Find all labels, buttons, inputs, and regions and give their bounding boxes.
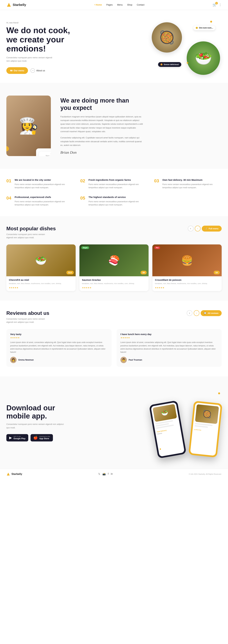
footer-copyright: © Info 2021 Starbelly. All Rights Reserv… [189,473,222,475]
app-store-button[interactable]: 🍎 Download on the App Store [30,434,53,442]
reviews-title: Reviews about us [6,310,51,316]
dishes-subtitle: Consectetur numquam poro nemo veniam elg… [6,233,51,240]
nav-link-pages[interactable]: Pages [106,4,113,6]
feature-item: 02 Fresh ingredients from organic farms … [80,178,148,189]
app-phones: 🥗 Fast Delivery Starbelly 🥘 ★★★★★ [158,389,222,456]
google-play-button[interactable]: ▶ GET IT ON Google Play [6,434,28,442]
logo-text: Starbelly [13,3,26,7]
feature-content: Own fast delivery. 30 min Maximum Porro … [162,178,222,189]
reviews-grid: Very tasty ★★★★★ Lorem ipsum dolor sit a… [6,329,222,367]
reviews-prev-button[interactable]: ‹ [187,310,192,316]
nav-item-home[interactable]: Home [94,3,102,6]
years-label: Years Experiense [39,152,51,156]
dish-stars: ★★★★★ [82,286,146,289]
app-title: Download our mobile app. [6,404,67,420]
feature-title: Fresh ingredients from organic farms [89,178,148,182]
nav-item-shop[interactable]: Shop [127,3,132,6]
footer-social: 𝕏 📸 f in [98,472,113,476]
emoji-bubble2: 🤩 [160,64,163,66]
more-button[interactable]: ⋮ [219,3,222,6]
google-play-icon: ▶ [9,436,12,440]
nav-item-contact[interactable]: Contact [137,3,144,6]
reviews-header-left: Reviews about us Consectetur numquam por… [6,310,51,324]
our-menu-button[interactable]: 🍽 Our menu [6,67,28,74]
dish-price: $14 [66,271,74,274]
feature-item: 05 The highest standards of service Porr… [80,196,148,206]
feature-desc: Porro nemo veniam necessatibus praesenti… [15,183,74,189]
reviews-header-right: ‹ › 💬 All reviews [187,310,222,316]
about-title: We are doing more than you expect [60,97,143,112]
cart-button[interactable]: 🛒 2 [213,3,217,7]
review-card: I have lunch here every day ★★★★★ Lorem … [117,329,222,367]
apple-icon: 🍎 [33,436,38,440]
feature-title: We are located in the city center [15,178,74,182]
reviewer: 👨 Paul Trueman [120,357,218,363]
nav-link-menu[interactable]: Menu [117,4,123,6]
reviews-next-button[interactable]: › [194,310,199,316]
circle-arrow-icon: → [30,68,35,73]
phone-dot1 [218,392,220,394]
svg-marker-0 [7,3,11,7]
nav-link-contact[interactable]: Contact [137,4,144,6]
dish-badge: Hot [154,246,160,249]
features-section: 01 We are located in the city center Por… [0,169,228,216]
about-section: 👩‍🍳 1 17 Years Experiense We are doing m… [0,83,228,169]
dish-price: $9 [141,271,147,274]
about-text-content: We are doing more than you expect Faudan… [60,97,143,154]
about-us-button[interactable]: → About us [30,68,45,73]
comment-icon: 💬 [204,312,206,314]
dish-name: Saumon Gravlax [82,278,146,281]
feature-title: Own fast delivery. 30 min Maximum [162,178,222,182]
feature-item: 01 We are located in the city center Por… [6,178,74,189]
nav-icons: 🛒 2 ⋮ [213,3,222,7]
dishes-header-left: Most popular dishes Consectetur numquam … [6,226,56,240]
about-signature: Brian Don [60,150,143,155]
footer-logo: Starbelly [6,472,22,476]
nav-link-shop[interactable]: Shop [127,4,132,6]
hero-left: Hi, new friend! We do not cook, we creat… [6,22,70,74]
nav-item-pages[interactable]: Pages [106,3,113,6]
logo[interactable]: Starbelly [6,2,26,7]
dish-badge: Vegan [81,246,89,249]
dot-decor2 [187,62,188,64]
dish-name: Croustillant de poisson [155,278,219,281]
nav-link-home[interactable]: Home [94,4,102,6]
dish-emoji: 🍣 [79,244,149,276]
dishes-prev-button[interactable]: ‹ [188,226,194,232]
feature-number: 05 [80,196,86,201]
feature-item: 03 Own fast delivery. 30 min Maximum Por… [154,178,222,189]
feature-desc: Porro nemo veniam necessatibus praesenti… [89,183,148,189]
feature-content: The highest standards of service Porro n… [89,196,148,206]
app-store-text: Download on the App Store [39,436,50,440]
app-store-buttons: ▶ GET IT ON Google Play 🍎 Download on th… [6,434,67,442]
about-years-badge: 1 17 Years Experiense [45,153,51,156]
dishes-next-button[interactable]: › [195,226,201,232]
feature-title: Professional, experienced chefs [15,196,74,199]
phone-food-image: 🥗 [152,404,177,422]
review-title: I have lunch here every day [120,333,218,336]
hero-buttons: 🍽 Our menu → About us [6,67,70,74]
nav-item-menu[interactable]: Menu [117,3,123,6]
hero-bubble1: 😊 Om-nom-nom... [193,26,215,30]
popular-dishes-section: Most popular dishes Consectetur numquam … [0,216,228,301]
twitter-link[interactable]: 𝕏 [98,472,100,476]
facebook-link[interactable]: f [108,472,109,476]
dish-stars: ★★★★★ [155,286,219,289]
feature-desc: Porro nemo veniam necessatibus praesenti… [15,200,74,206]
phone-back: 🥗 Fast Delivery Starbelly [149,400,186,458]
hero-food-circle2: 🥗 [187,42,220,75]
dot-decor1 [210,21,212,22]
about-para2: Consectetur adipiscing elit. Cupiditate … [60,136,143,147]
instagram-link[interactable]: 📸 [103,472,106,476]
phone-front-screen: 🥘 ★★★★★ [190,402,221,456]
dish-emoji: 🥗 [6,244,76,276]
review-text: Lorem ipsum dolor sit amet, consectetur … [120,341,218,354]
feature-desc: Porro nemo veniam necessatibus praesenti… [162,183,222,189]
all-reviews-button[interactable]: 💬 All reviews [201,310,222,316]
dish-info: Saumon Gravlax tomatoes, nori, feta chee… [79,276,149,291]
review-stars: ★★★★★ [10,336,108,339]
linkedin-link[interactable]: in [111,472,113,476]
reviews-section: Reviews about us Consectetur numquam por… [0,301,228,376]
full-menu-button[interactable]: 🍴 Full menu [202,226,222,232]
hero-greeting: Hi, new friend! [6,22,70,24]
